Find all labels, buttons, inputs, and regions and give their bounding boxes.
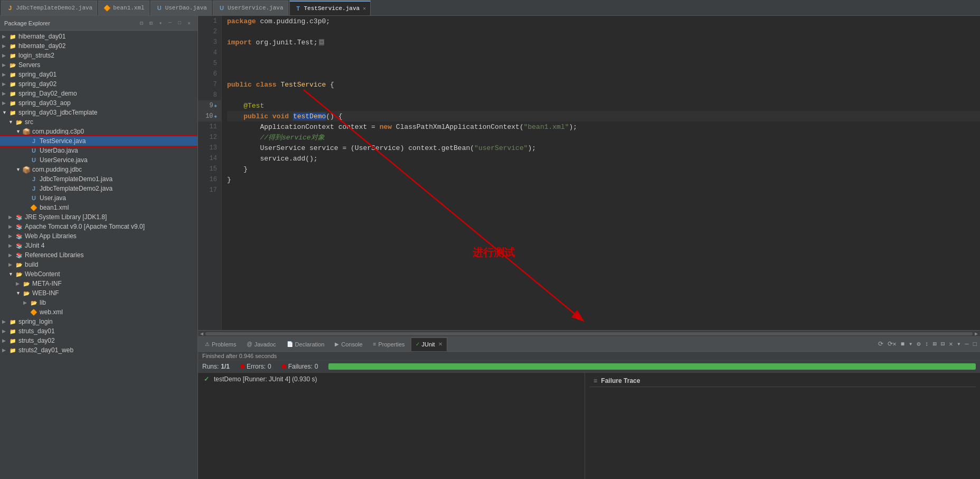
errors-status: Errors: 0 [240,363,271,370]
code-line-6 [227,69,980,79]
tree-item-spring-day02[interactable]: ▶ 📁 spring_day02 [0,79,197,89]
collapse-all-button[interactable]: ⊟ [137,19,146,27]
sidebar-tree[interactable]: ▶ 📁 hibernate_day01 ▶ 📁 hibernate_day02 … [0,31,197,479]
tree-item-lib[interactable]: ▶ 📂 lib [0,298,197,307]
tree-item-label: login_struts2 [18,52,54,59]
tab-problems[interactable]: ⚠ Problems [200,337,241,351]
minimize-button[interactable]: ─ [166,19,174,27]
expand-arrow: ▶ [2,319,7,324]
tree-item-userdao[interactable]: ▶ U UserDao.java [0,146,197,155]
xml-file-icon: 🔶 [30,308,38,316]
tab-junit[interactable]: ✓ JUnit ✕ [411,337,447,351]
tree-item-com-pudding-jdbc[interactable]: ▼ 📦 com.pudding.jdbc [0,165,197,174]
expand-arrow: ▼ [2,110,7,115]
tab-userservice[interactable]: U UserService.java [213,1,288,15]
tree-item-meta-inf[interactable]: ▶ 📂 META-INF [0,279,197,288]
stop-button[interactable]: ■ [900,340,906,349]
code-lines[interactable]: package com.pudding.c3p0; import org.jun… [222,16,980,330]
tree-item-com-pudding-c3p0[interactable]: ▼ 📦 com.pudding.c3p0 [0,127,197,136]
tree-item-web-inf[interactable]: ▼ 📂 WEB-INF [0,288,197,298]
tab-userdao[interactable]: U UserDao.java [150,1,212,15]
tab-properties[interactable]: ≡ Properties [369,337,410,351]
xml-icon: 🔶 [103,4,111,12]
tree-item-testservice[interactable]: ▶ J TestService.java [0,136,197,146]
maximize-panel-button[interactable]: □ [972,340,978,349]
show-failures-button[interactable]: ✕ [948,339,954,349]
code-line-9: @Test [227,100,980,111]
package-icon: 📦 [22,127,31,136]
code-line-17 [227,185,980,195]
tab-jdbctemplate2[interactable]: J JdbcTemplateDemo2.java [1,1,97,15]
rerun-button[interactable]: ⟳ [877,339,884,349]
view-menu-button[interactable]: ▾ [956,339,962,349]
tab-close-button[interactable]: ✕ [363,5,366,12]
editor-area[interactable]: 1 2 3 4 5 6 7 8 9◈ 10◈ 11 12 13 [198,16,980,330]
tree-item-junit4[interactable]: ▶ 📚 JUnit 4 [0,241,197,250]
tree-item-build[interactable]: ▶ 📂 build [0,260,197,269]
tree-item-struts2-day01-web[interactable]: ▶ 📁 struts2_day01_web [0,345,197,355]
tree-item-login-struts2[interactable]: ▶ 📁 login_struts2 [0,51,197,60]
tree-item-spring-day03-jdbctemplate[interactable]: ▼ 📁 spring_day03_jdbcTemplate [0,108,197,117]
tab-bean1xml[interactable]: 🔶 bean1.xml [98,1,149,15]
view-menu-button[interactable]: ▾ [156,19,165,27]
code-scroll[interactable]: 1 2 3 4 5 6 7 8 9◈ 10◈ 11 12 13 [198,16,980,330]
tree-item-apache-tomcat[interactable]: ▶ 📚 Apache Tomcat v9.0 [Apache Tomcat v9… [0,222,197,231]
tree-item-src[interactable]: ▼ 📂 src [0,117,197,127]
expand-arrow: ▶ [2,81,7,87]
tree-item-spring-day01[interactable]: ▶ 📁 spring_day01 [0,70,197,79]
package-explorer-sidebar: Package Explorer ⊟ ⊞ ▾ ─ □ ✕ ▶ 📁 hiberna… [0,16,198,479]
java-icon: T [294,4,303,13]
tree-item-bean1xml[interactable]: ▶ 🔶 bean1.xml [0,203,197,212]
app-container: J JdbcTemplateDemo2.java 🔶 bean1.xml U U… [0,0,980,479]
expand-all-button[interactable]: ⊞ [932,339,938,349]
tree-item-user-java[interactable]: ▶ U User.java [0,193,197,203]
expand-arrow: ▶ [2,43,7,49]
tree-item-servers[interactable]: ▶ 📂 Servers [0,60,197,70]
declaration-icon: 📄 [287,341,293,347]
tree-item-userservice[interactable]: ▶ U UserService.java [0,155,197,165]
tab-javadoc[interactable]: @ Javadoc [242,337,280,351]
line-num-14: 14 [198,153,221,164]
collapse-all-button[interactable]: ⊟ [940,339,946,349]
sidebar-actions: ⊟ ⊞ ▾ ─ □ ✕ [137,19,193,27]
tree-item-webcontent[interactable]: ▼ 📂 WebContent [0,269,197,279]
tree-item-referenced-libs[interactable]: ▶ 📚 Referenced Libraries [0,250,197,260]
tree-item-hibernate-day02[interactable]: ▶ 📁 hibernate_day02 [0,41,197,51]
junit-result-item[interactable]: ✓ testDemo [Runner: JUnit 4] (0.930 s) [198,373,585,386]
tab-close-button[interactable]: ✕ [438,341,442,347]
expand-arrow: ▶ [2,91,7,96]
history-button[interactable]: ▾ [908,339,913,349]
tab-label: Properties [378,341,404,347]
line-num-11: 11 [198,121,221,132]
tree-item-jre-system[interactable]: ▶ 📚 JRE System Library [JDK1.8] [0,212,197,222]
junit-content: Finished after 0.946 seconds Runs: 1/1 E… [198,352,980,479]
filter-button[interactable]: ⚙ [916,339,921,349]
rerun-failed-button[interactable]: ⟳✕ [887,339,898,349]
project-icon: 📁 [8,80,17,88]
scroll-lock-button[interactable]: ↕ [924,340,929,349]
tab-testservice[interactable]: T TestService.java ✕ [289,1,371,15]
project-icon: 📁 [8,336,17,345]
maximize-button[interactable]: □ [175,19,184,27]
expand-arrow: ▼ [8,119,14,125]
tree-item-web-app-libs[interactable]: ▶ 📚 Web App Libraries [0,231,197,241]
tree-item-spring-day02-demo[interactable]: ▶ 📁 spring_Day02_demo [0,89,197,98]
link-with-editor-button[interactable]: ⊞ [147,19,155,27]
tree-item-jdbctemplate2[interactable]: ▶ J JdbcTemplateDemo2.java [0,184,197,193]
runs-status: Runs: 1/1 [202,363,230,370]
tree-item-spring-login[interactable]: ▶ 📁 spring_login [0,317,197,326]
tree-item-web-xml[interactable]: ▶ 🔶 web.xml [0,307,197,317]
close-sidebar-button[interactable]: ✕ [185,19,193,27]
tree-item-jdbctemplate1[interactable]: ▶ J JdbcTemplateDemo1.java [0,174,197,184]
tab-declaration[interactable]: 📄 Declaration [282,337,329,351]
minimize-panel-button[interactable]: ─ [964,340,970,349]
junit-failure-trace: ≡ Failure Trace [585,373,980,479]
tree-item-spring-day03-aop[interactable]: ▶ 📁 spring_day03_aop [0,98,197,108]
line-num-2: 2 [198,26,221,37]
error-indicator [240,364,244,369]
tree-item-struts-day02[interactable]: ▶ 📁 struts_day02 [0,336,197,345]
editor-horizontal-scroll[interactable]: ◀ ▶ [198,330,980,336]
tree-item-hibernate-day01[interactable]: ▶ 📁 hibernate_day01 [0,32,197,41]
tab-console[interactable]: ▶ Console [330,337,367,351]
tree-item-struts-day01[interactable]: ▶ 📁 struts_day01 [0,326,197,336]
